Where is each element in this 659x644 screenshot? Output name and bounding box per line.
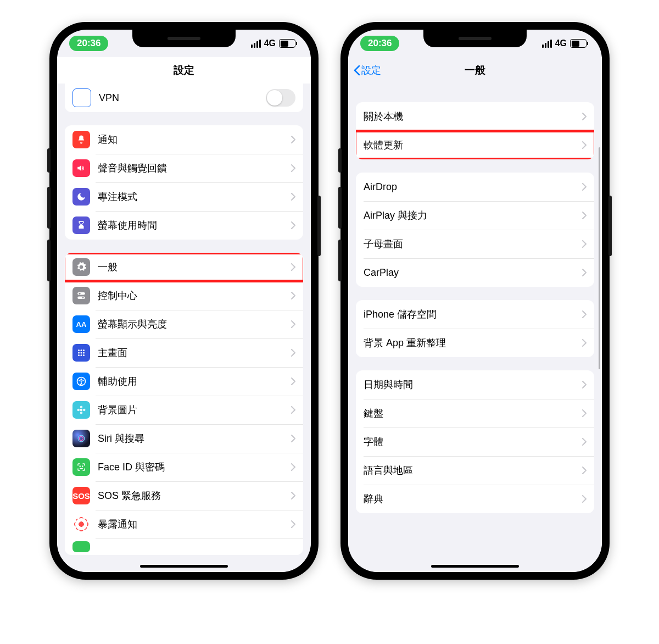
row-label: AirDrop — [364, 181, 582, 193]
row-cutoff[interactable] — [65, 538, 303, 555]
chevron-right-icon — [582, 269, 587, 276]
row-label: 主畫面 — [98, 346, 291, 359]
battery-icon — [279, 39, 295, 48]
mute-switch — [338, 148, 342, 173]
row-siri[interactable]: Siri 與搜尋 — [65, 424, 303, 453]
svg-point-10 — [78, 354, 80, 356]
battery-icon — [570, 39, 587, 48]
svg-point-12 — [83, 354, 85, 356]
row-sos[interactable]: SOS SOS 緊急服務 — [65, 481, 303, 510]
row-label: 背景 App 重新整理 — [364, 336, 582, 349]
vpn-toggle[interactable] — [266, 89, 295, 107]
row-label: 字體 — [364, 435, 582, 448]
row-wallpaper[interactable]: 背景圖片 — [65, 396, 303, 424]
volume-down-button — [47, 240, 51, 281]
row-label: 輔助使用 — [98, 375, 291, 388]
chevron-right-icon — [582, 113, 587, 120]
chevron-right-icon — [582, 212, 587, 219]
row-label: CarPlay — [364, 267, 582, 279]
back-label: 設定 — [361, 64, 381, 77]
svg-point-9 — [83, 352, 85, 354]
svg-point-2 — [79, 293, 81, 295]
row-label: AirPlay 與接力 — [364, 209, 582, 222]
row-label: 聲音與觸覺回饋 — [98, 162, 291, 175]
svg-point-20 — [78, 435, 85, 442]
row-label: 日期與時間 — [364, 378, 582, 391]
chevron-right-icon — [291, 435, 295, 442]
row-airdrop[interactable]: AirDrop — [356, 173, 594, 201]
chevron-right-icon — [291, 136, 295, 143]
row-screentime[interactable]: 螢幕使用時間 — [65, 211, 303, 240]
apps-grid-icon — [72, 344, 90, 362]
navbar-general: 設定 一般 — [348, 57, 602, 84]
chevron-right-icon — [291, 463, 295, 471]
chevron-right-icon — [291, 292, 295, 299]
home-indicator[interactable] — [431, 565, 519, 568]
svg-point-23 — [82, 466, 83, 467]
row-about[interactable]: 關於本機 — [356, 102, 594, 131]
face-id-icon — [72, 458, 90, 476]
svg-point-15 — [80, 409, 83, 412]
row-control-center[interactable]: 控制中心 — [65, 281, 303, 310]
row-home-screen[interactable]: 主畫面 — [65, 338, 303, 367]
chevron-right-icon — [582, 438, 587, 446]
row-exposure[interactable]: 暴露通知 — [65, 510, 303, 538]
svg-point-19 — [83, 409, 86, 412]
row-background-app[interactable]: 背景 App 重新整理 — [356, 329, 594, 357]
row-keyboard[interactable]: 鍵盤 — [356, 399, 594, 428]
side-button — [317, 196, 321, 256]
row-notifications[interactable]: 通知 — [65, 125, 303, 154]
chevron-right-icon — [291, 377, 295, 385]
home-indicator[interactable] — [140, 565, 228, 568]
notch — [423, 30, 527, 47]
svg-point-17 — [80, 412, 83, 414]
row-label: 辭典 — [364, 492, 582, 506]
row-label: 子母畫面 — [364, 237, 582, 251]
chevron-right-icon — [291, 193, 295, 201]
row-focus[interactable]: 專注模式 — [65, 182, 303, 211]
row-general[interactable]: 一般 — [65, 253, 303, 281]
row-dictionary[interactable]: 辭典 — [356, 485, 594, 513]
exposure-icon — [72, 515, 90, 533]
row-airplay[interactable]: AirPlay 與接力 — [356, 201, 594, 230]
row-fonts[interactable]: 字體 — [356, 428, 594, 456]
svg-point-14 — [81, 379, 82, 380]
row-label: iPhone 儲存空間 — [364, 308, 582, 321]
side-button — [608, 196, 612, 256]
row-sounds[interactable]: 聲音與觸覺回饋 — [65, 154, 303, 182]
row-datetime[interactable]: 日期與時間 — [356, 370, 594, 399]
row-faceid[interactable]: Face ID 與密碼 — [65, 453, 303, 481]
moon-icon — [72, 188, 90, 206]
svg-point-11 — [81, 354, 82, 356]
notch — [132, 30, 236, 47]
row-pip[interactable]: 子母畫面 — [356, 230, 594, 258]
row-display[interactable]: AA 螢幕顯示與亮度 — [65, 310, 303, 338]
chevron-right-icon — [291, 320, 295, 328]
chevron-right-icon — [291, 221, 295, 229]
row-label: VPN — [99, 92, 266, 104]
row-carplay[interactable]: CarPlay — [356, 258, 594, 287]
volume-up-button — [47, 187, 51, 229]
row-label: 螢幕使用時間 — [98, 219, 291, 232]
bell-icon — [72, 131, 90, 148]
row-software-update[interactable]: 軟體更新 — [356, 131, 594, 159]
svg-point-22 — [80, 466, 80, 467]
chevron-right-icon — [291, 349, 295, 357]
scroll-indicator[interactable] — [599, 147, 600, 369]
svg-rect-0 — [77, 292, 85, 295]
row-vpn[interactable]: VPN VPN — [65, 84, 303, 112]
status-time-pill[interactable]: 20:36 — [360, 36, 399, 51]
row-storage[interactable]: iPhone 儲存空間 — [356, 300, 594, 329]
chevron-right-icon — [582, 183, 587, 191]
row-label: 軟體更新 — [364, 138, 582, 152]
row-accessibility[interactable]: 輔助使用 — [65, 367, 303, 396]
back-button[interactable]: 設定 — [354, 57, 381, 84]
chevron-right-icon — [291, 492, 295, 499]
status-time-pill[interactable]: 20:36 — [69, 36, 108, 51]
sos-icon: SOS — [72, 487, 90, 504]
row-language[interactable]: 語言與地區 — [356, 456, 594, 485]
svg-point-3 — [82, 297, 84, 298]
phone-left: 20:36 4G 設定 VPN VPN — [49, 22, 319, 580]
chevron-right-icon — [582, 310, 587, 318]
svg-point-5 — [81, 349, 82, 351]
